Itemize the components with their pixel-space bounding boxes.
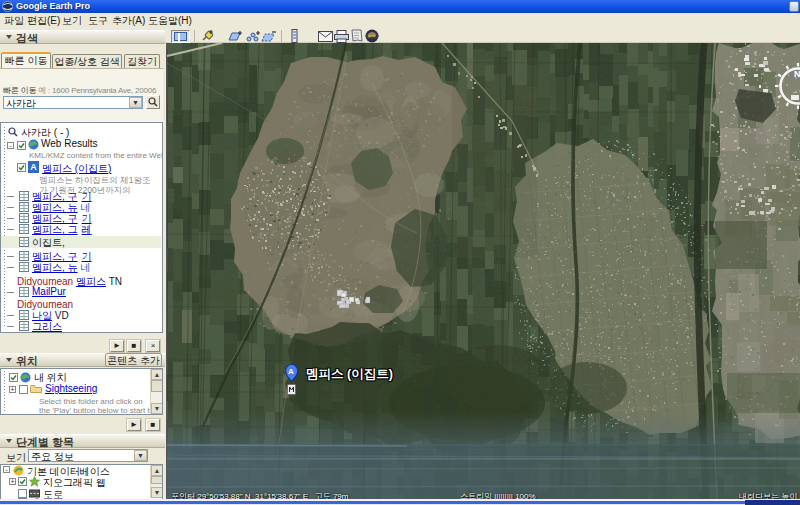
svg-text:N: N bbox=[794, 69, 800, 79]
svg-text:A: A bbox=[288, 367, 294, 376]
